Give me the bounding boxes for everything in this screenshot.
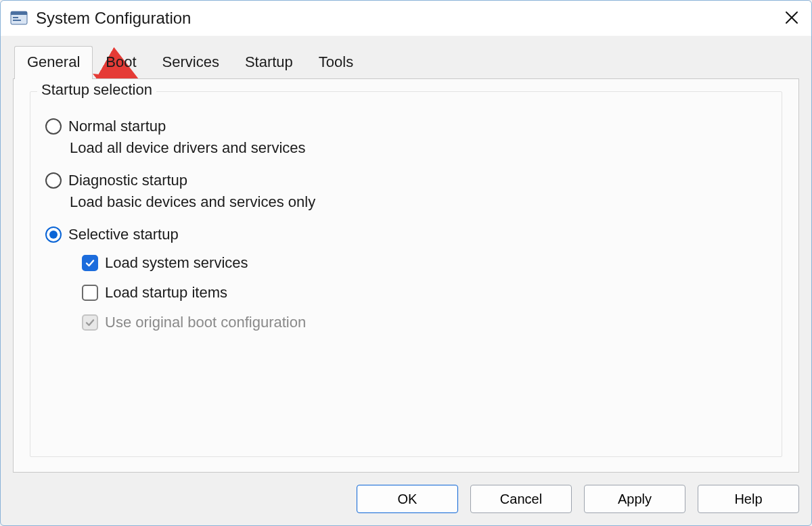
tab-tools[interactable]: Tools [306, 46, 366, 79]
startup-selection-group: Startup selection Normal startup Load al… [30, 91, 782, 457]
titlebar: System Configuration [1, 1, 811, 36]
msconfig-icon [10, 9, 28, 27]
client-area: General Boot Services Startup Tools Star… [1, 36, 811, 525]
close-icon [785, 11, 798, 26]
window-title: System Configuration [36, 9, 191, 28]
checkbox-label: Use original boot configuration [105, 314, 306, 331]
option-label: Selective startup [68, 226, 179, 243]
radio-icon [45, 118, 62, 135]
apply-button[interactable]: Apply [584, 485, 685, 513]
svg-rect-3 [13, 20, 21, 21]
checkbox-label: Load system services [105, 254, 248, 272]
option-normal-startup[interactable]: Normal startup [45, 118, 767, 135]
checkbox-icon [82, 285, 98, 301]
option-diagnostic-desc: Load basic devices and services only [70, 193, 767, 211]
svg-rect-2 [13, 17, 18, 18]
tab-general[interactable]: General [14, 46, 93, 79]
group-legend: Startup selection [37, 81, 156, 99]
checkbox-icon [82, 255, 98, 271]
checkbox-load-system-services[interactable]: Load system services [82, 254, 767, 272]
svg-rect-1 [11, 11, 27, 15]
ok-button[interactable]: OK [357, 485, 458, 513]
option-diagnostic-startup[interactable]: Diagnostic startup [45, 172, 767, 189]
option-selective-startup[interactable]: Selective startup [45, 226, 767, 243]
help-button[interactable]: Help [698, 485, 799, 513]
tabstrip: General Boot Services Startup Tools [14, 45, 799, 78]
tab-panel-general: Startup selection Normal startup Load al… [13, 78, 799, 473]
selective-sub-options: Load system services Load startup items … [82, 254, 767, 331]
system-configuration-window: System Configuration General Boot Servic… [0, 0, 812, 526]
close-button[interactable] [776, 3, 807, 34]
radio-icon [45, 226, 62, 243]
checkbox-icon [82, 314, 98, 331]
cancel-button[interactable]: Cancel [470, 485, 572, 513]
checkbox-use-original-boot-configuration: Use original boot configuration [82, 314, 767, 331]
radio-icon [45, 172, 62, 189]
tab-boot[interactable]: Boot [93, 46, 149, 79]
dialog-button-row: OK Cancel Apply Help [13, 473, 799, 513]
option-label: Diagnostic startup [68, 172, 187, 189]
tab-startup[interactable]: Startup [232, 46, 306, 79]
tab-services[interactable]: Services [150, 46, 232, 79]
option-normal-desc: Load all device drivers and services [70, 139, 767, 157]
checkbox-load-startup-items[interactable]: Load startup items [82, 284, 767, 302]
option-label: Normal startup [68, 118, 166, 135]
checkbox-label: Load startup items [105, 284, 227, 302]
